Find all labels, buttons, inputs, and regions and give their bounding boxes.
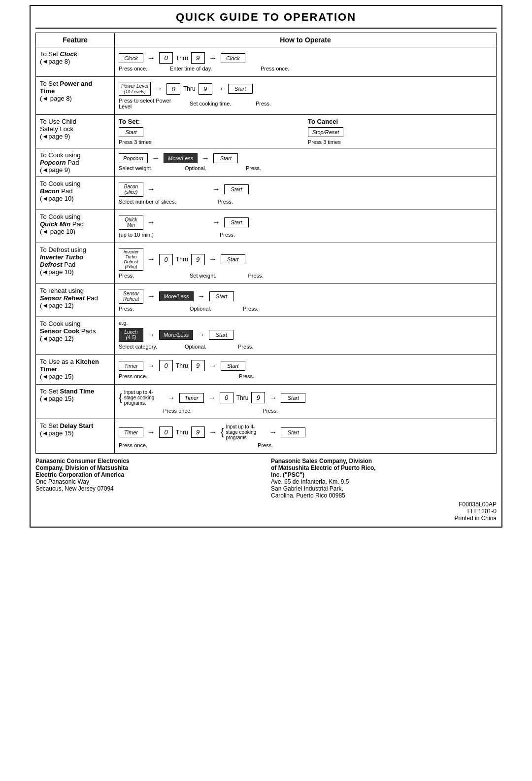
scook-labels: Select category. Optional. Press. [119,344,492,350]
press-bacon: Press. [218,199,233,205]
arrow-5: → [152,154,160,163]
feature-delay-page: (◄page 15) [40,429,74,437]
start-btn-inverter: Start [221,254,245,264]
table-row: To Cook usingBacon Pad (◄page 10) Bacon(… [36,177,497,210]
thru-1: Thru [176,55,188,62]
press-power-level: Press to select Power Level [119,98,183,109]
optional-3: Optional. [185,344,206,350]
feature-reheat-bold: Sensor Reheat [40,294,85,302]
footer-right: Panasonic Sales Company, Division of Mat… [271,458,497,522]
arrow-6: → [201,154,209,163]
how-delay-start: Timer → 0 Thru 9 → { Input up to 4-stage… [115,419,497,454]
feature-stand-time: To Set Stand Time (◄page 15) [36,385,115,419]
select-category: Select category. [119,344,163,350]
zero-btn-4: 0 [159,360,173,371]
delay-step-row: Timer → 0 Thru 9 → { Input up to 4-stage… [119,424,492,440]
input-4-stage-2: Input up to 4-stage cooking programs. [226,424,265,440]
stand-step-row: { Input up to 4-stage cooking programs. … [119,390,492,406]
clock-btn-1: Clock [119,53,143,63]
zero-btn-1: 0 [159,52,173,64]
nine-btn-2: 9 [199,83,212,95]
footer-codes: F00035L00AP FLE1201-0 Printed in China [271,501,497,522]
table-row: To Set Delay Start (◄page 15) Timer → 0 … [36,419,497,454]
arrow-15: → [147,330,155,339]
footer-right-bold-2: of Matsushita Electric of Puerto Rico, [271,464,376,471]
bacon-step-row: Bacon(slice) → → Start [119,182,492,197]
sensor-reheat-btn: SensorReheat [119,289,143,304]
start-btn-child: Start [119,127,143,137]
popcorn-btn: Popcorn [119,153,148,163]
optional-2: Optional. [190,306,211,312]
feature-popcorn: To Cook usingPopcorn Pad (◄page 9) [36,148,115,177]
how-set-power: Power Level(10 Levels) → 0 Thru 9 → Star… [115,77,497,115]
popcorn-labels: Select weight. Optional. Press. [119,165,492,171]
arrow-3: → [155,84,163,93]
footer-left-bold-1: Panasonic Consumer Electronics [35,458,130,464]
press-reheat-2: Press. [243,306,258,312]
up-to-10: (up to 10 min.) [119,232,154,238]
arrow-4: → [216,84,224,93]
press-reheat: Press. [119,306,158,312]
footer-code-1: F00035L00AP [271,501,497,508]
arrow-16: → [197,330,205,339]
footer-right-3: Inc. ("PSC") [271,471,497,478]
arrow-8: → [212,185,220,194]
arrow-7: → [147,185,155,194]
how-quick-min: QuickMin → → Start (up to 10 min.) Press… [115,210,497,243]
table-row: To Cook usingQuick Min Pad (◄ page 10) Q… [36,210,497,243]
arrow-17: → [147,361,155,370]
arrow-22: → [147,428,155,437]
select-slices: Select number of slices. [119,199,176,205]
nine-btn-3: 9 [191,254,205,265]
footer-left-1: Panasonic Consumer Electronics [35,458,261,464]
feature-sensor-cook: To Cook usingSensor Cook Pads (◄page 12) [36,317,115,355]
eg-label: e.g. [119,320,492,326]
feature-set-power: To Set Power andTime (◄ page 8) [36,77,115,115]
arrow-12: → [209,255,217,264]
set-cooking-time: Set cooking time. [190,101,254,106]
press-once-1: Press once. [119,66,153,71]
press-inverter: Press. [119,273,158,279]
start-btn-qmin: Start [224,217,249,227]
feature-inverter-bold: Inverter TurboDefrost [40,253,83,268]
footer-left-2: Company, Division of Matsushita [35,464,261,471]
footer-left: Panasonic Consumer Electronics Company, … [35,458,261,522]
nine-btn-6: 9 [191,426,205,438]
feature-inverter: To Defrost usingInverter TurboDefrost Pa… [36,243,115,284]
header-how: How to Operate [115,33,497,47]
clock-step-row: Clock → 0 Thru 9 → Clock [119,52,492,64]
bacon-labels: Select number of slices. Press. [119,199,492,205]
footer-left-3: Electric Corporation of America [35,471,261,478]
thru-4: Thru [176,362,188,369]
lunch-btn: Lunch(4-5) [119,328,143,342]
how-child-safety: To Set: Start Press 3 times To Cancel St… [115,115,497,148]
more-less-btn-3: More/Less [159,330,193,340]
how-kitchen-timer: Timer → 0 Thru 9 → Start Press once. Pre… [115,355,497,385]
select-weight: Select weight. [119,165,168,171]
press-delay: Press. [258,442,273,448]
reheat-step-row: SensorReheat → More/Less → Start [119,289,492,304]
clock-btn-2: Clock [221,53,245,63]
header-feature: Feature [36,33,115,47]
feature-scook-bold: Sensor Cook [40,327,79,335]
press-inverter-2: Press. [248,273,263,279]
arrow-1: → [147,54,155,63]
delay-labels: Press once. Press. [119,442,492,448]
press-once-delay: Press once. [119,442,147,448]
thru-5: Thru [236,394,249,401]
footer-left-5: Secaucus, New Jersey 07094 [35,485,261,492]
start-btn-reheat: Start [209,291,234,301]
arrow-19: → [167,393,175,402]
arrow-2: → [209,54,217,63]
inverter-step-row: InverterTurboDefrost(lb/kg) → 0 Thru 9 →… [119,248,492,271]
feature-stand-bold: Stand Time [60,388,94,395]
how-popcorn: Popcorn → More/Less → Start Select weigh… [115,148,497,177]
table-row: To Use ChildSafety Lock (◄page 9) To Set… [36,115,497,148]
feature-kitchen-timer: To Use as a KitchenTimer (◄page 15) [36,355,115,385]
start-btn-stand: Start [281,393,305,403]
table-row: To Set Power andTime (◄ page 8) Power Le… [36,77,497,115]
arrow-24: → [269,428,277,437]
feature-popcorn-bold: Popcorn [40,159,66,166]
table-row: To Set Stand Time (◄page 15) { Input up … [36,385,497,419]
power-level-btn: Power Level(10 Levels) [119,82,151,96]
